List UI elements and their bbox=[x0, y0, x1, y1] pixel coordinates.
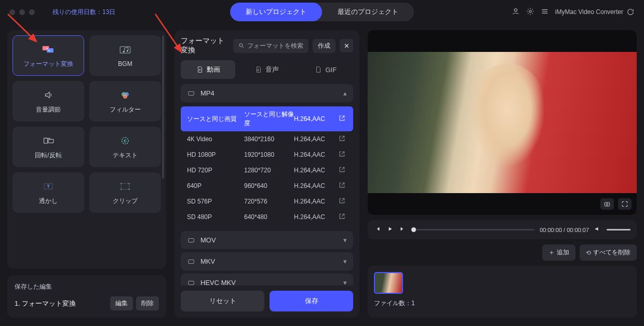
svg-rect-16 bbox=[121, 183, 129, 189]
add-file-button[interactable]: ＋ 追加 bbox=[542, 244, 575, 261]
file-count-label: ファイル数：1 bbox=[374, 299, 630, 308]
tool-volume[interactable]: 音量調節 bbox=[12, 81, 84, 121]
svg-point-9 bbox=[123, 94, 127, 98]
svg-rect-10 bbox=[44, 138, 48, 143]
svg-rect-28 bbox=[605, 202, 609, 206]
svg-point-1 bbox=[529, 10, 531, 12]
svg-rect-11 bbox=[48, 139, 53, 143]
progress-bar[interactable] bbox=[411, 229, 534, 230]
account-icon[interactable] bbox=[512, 7, 520, 17]
format-group-hevc-mkv[interactable]: HEVC MKV▾ bbox=[181, 274, 353, 286]
svg-point-0 bbox=[514, 8, 517, 11]
tab-recent-projects[interactable]: 最近のプロジェクト bbox=[322, 3, 414, 21]
tab-new-project[interactable]: 新しいプロジェクト bbox=[230, 3, 322, 21]
format-group-mov[interactable]: MOV▾ bbox=[181, 231, 353, 249]
tool-clip[interactable]: クリップ bbox=[89, 172, 161, 213]
type-tab-video[interactable]: 動画 bbox=[181, 60, 235, 79]
saved-edit-label: 1. フォーマット変換 bbox=[15, 299, 107, 308]
svg-point-19 bbox=[120, 188, 122, 189]
delete-button[interactable]: 削除 bbox=[136, 296, 159, 310]
format-option[interactable]: 640P960*640H.264,AAC bbox=[181, 178, 353, 194]
svg-point-29 bbox=[606, 203, 608, 206]
type-tab-gif[interactable]: GIF bbox=[299, 60, 353, 79]
tool-text[interactable]: Cテキスト bbox=[89, 127, 161, 167]
type-tab-audio[interactable]: 音声 bbox=[239, 60, 294, 79]
format-option[interactable]: HD 720P1280*720H.264,AAC bbox=[181, 162, 353, 178]
create-format-button[interactable]: 作成 bbox=[313, 39, 336, 53]
fullscreen-button[interactable] bbox=[618, 198, 632, 210]
tool-label: クリップ bbox=[113, 197, 138, 206]
time-display: 00:00:00 / 00:00:07 bbox=[540, 227, 589, 233]
chevron-down-icon: ▾ bbox=[343, 257, 347, 265]
tool-grid: フォーマット変換BGM音量調節フィルター回転/反転CテキストT透かしクリップ bbox=[7, 30, 166, 269]
tool-label: 透かし bbox=[39, 197, 58, 206]
format-group-mkv[interactable]: MKV▾ bbox=[181, 252, 353, 270]
project-tabs: 新しいプロジェクト 最近のプロジェクト bbox=[230, 3, 414, 21]
chevron-down-icon: ▾ bbox=[343, 236, 347, 244]
play-button[interactable] bbox=[386, 225, 394, 234]
tool-bgm[interactable]: BGM bbox=[89, 35, 161, 76]
audio-file-icon bbox=[255, 66, 262, 73]
svg-rect-22 bbox=[189, 91, 194, 95]
format-search[interactable]: フォーマットを検索 bbox=[233, 39, 308, 53]
format-option[interactable]: ソースと同じ画質ソースと同じ解像度H.264,AAC bbox=[181, 106, 353, 131]
window-controls[interactable] bbox=[9, 9, 35, 15]
app-name: iMyMac Video Converter bbox=[555, 8, 635, 16]
prev-button[interactable] bbox=[374, 225, 381, 234]
saved-edit-row: 1. フォーマット変換 編集 削除 bbox=[15, 296, 159, 310]
video-file-icon bbox=[196, 66, 204, 73]
next-button[interactable] bbox=[399, 225, 406, 234]
svg-point-20 bbox=[129, 188, 130, 189]
snapshot-button[interactable] bbox=[600, 198, 614, 210]
format-panel: フォーマット変換 フォーマットを検索 作成 ✕ 動画 音声 GIF MP4 ▴ bbox=[175, 30, 359, 318]
trial-days-label: 残りの使用日数：13日 bbox=[52, 8, 115, 17]
svg-rect-25 bbox=[189, 281, 194, 284]
format-option[interactable]: HD 1080P1920*1080H.264,AAC bbox=[181, 147, 353, 162]
svg-point-21 bbox=[239, 44, 243, 47]
svg-rect-23 bbox=[189, 238, 194, 242]
svg-text:T: T bbox=[47, 183, 50, 188]
mp4-icon bbox=[187, 90, 195, 97]
tool-rotate[interactable]: 回転/反転 bbox=[12, 127, 84, 167]
format-group-mp4[interactable]: MP4 ▴ bbox=[181, 84, 353, 102]
reset-button[interactable]: リセット bbox=[181, 291, 264, 311]
edit-button[interactable]: 編集 bbox=[110, 296, 133, 310]
volume-icon[interactable] bbox=[594, 225, 601, 234]
close-panel-button[interactable]: ✕ bbox=[340, 39, 353, 52]
player-controls: 00:00:00 / 00:00:07 bbox=[368, 220, 637, 239]
tool-label: 回転/反転 bbox=[35, 151, 61, 160]
format-option[interactable]: SD 576P720*576H.264,AAC bbox=[181, 194, 353, 209]
svg-point-17 bbox=[120, 183, 122, 184]
tool-filter[interactable]: フィルター bbox=[89, 81, 161, 121]
svg-rect-24 bbox=[189, 260, 194, 263]
tool-label: フィルター bbox=[110, 105, 141, 114]
chevron-down-icon: ▾ bbox=[343, 279, 347, 286]
file-thumbnail[interactable] bbox=[374, 272, 403, 294]
svg-text:C: C bbox=[124, 138, 127, 143]
format-option[interactable]: SD 480P640*480H.264,AAC bbox=[181, 209, 353, 225]
gif-file-icon bbox=[315, 66, 322, 73]
video-preview[interactable] bbox=[368, 30, 637, 215]
menu-icon[interactable] bbox=[541, 7, 549, 17]
tool-label: テキスト bbox=[113, 151, 138, 160]
scrollbar[interactable] bbox=[162, 35, 164, 179]
tool-format[interactable]: フォーマット変換 bbox=[12, 35, 84, 76]
volume-slider[interactable] bbox=[607, 229, 630, 230]
saved-edits-title: 保存した編集 bbox=[15, 282, 159, 291]
format-option[interactable]: 4K Video3840*2160H.264,AAC bbox=[181, 131, 353, 147]
video-frame bbox=[368, 30, 637, 215]
format-panel-title: フォーマット変換 bbox=[181, 36, 229, 55]
refresh-icon[interactable] bbox=[626, 8, 635, 16]
gear-icon[interactable] bbox=[526, 7, 534, 17]
tool-label: フォーマット変換 bbox=[23, 60, 73, 69]
tool-label: 音量調節 bbox=[36, 105, 61, 114]
save-button[interactable]: 保存 bbox=[270, 291, 353, 311]
svg-rect-4 bbox=[120, 47, 130, 53]
chevron-up-icon: ▴ bbox=[343, 89, 347, 97]
tool-watermark[interactable]: T透かし bbox=[12, 172, 84, 213]
file-list: ファイル数：1 bbox=[368, 266, 637, 318]
delete-all-button[interactable]: ⟲ すべてを削除 bbox=[580, 244, 637, 261]
saved-edits-panel: 保存した編集 1. フォーマット変換 編集 削除 bbox=[7, 275, 166, 318]
tool-label: BGM bbox=[118, 60, 132, 67]
titlebar: 残りの使用日数：13日 新しいプロジェクト 最近のプロジェクト iMyMac V… bbox=[0, 0, 644, 24]
